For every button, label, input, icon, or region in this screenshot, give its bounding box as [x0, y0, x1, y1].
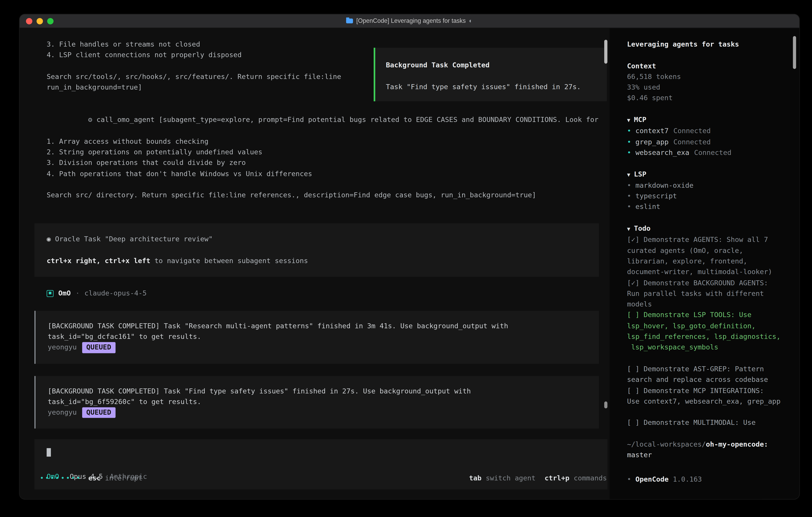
- workspace-path-prefix: ~/local-workspaces/: [627, 440, 706, 448]
- mcp-section: ▼MCP •context7Connected •grep_appConnect…: [627, 114, 795, 158]
- agent-name: OmO: [58, 288, 71, 299]
- dot-separator: ·: [76, 288, 80, 299]
- message-meta: yeongyuQUEUED: [48, 407, 587, 418]
- todo-item: [✓] Demonstrate AGENTS: Show all 7 curat…: [627, 235, 795, 277]
- lsp-section: ▼LSP •markdown-oxide •typescript •eslint: [627, 169, 795, 213]
- switch-agent-hint: tabswitch agent: [469, 473, 536, 484]
- mcp-heading-label: MCP: [634, 116, 646, 124]
- mcp-status: Connected: [673, 127, 711, 135]
- mcp-item: •context7Connected: [627, 126, 795, 137]
- oracle-task-icon: ◉: [47, 235, 51, 243]
- commands-hint: ctrl+pcommands: [545, 473, 607, 484]
- text-cursor: [47, 448, 51, 457]
- context-section: Context 66,518 tokens 33% used $0.46 spe…: [627, 61, 795, 104]
- status-badge: QUEUED: [82, 342, 115, 353]
- tool-call-text: call_omo_agent [subagent_type=explore, p…: [96, 116, 599, 124]
- context-tokens: 66,518 tokens: [627, 72, 795, 82]
- bullet-icon: •: [627, 475, 631, 483]
- lsp-item: •markdown-oxide: [627, 180, 795, 191]
- bullet-icon: •: [627, 127, 631, 135]
- mcp-status: Connected: [673, 138, 711, 146]
- nav-keys: ctrl+x right, ctrl+x left: [47, 257, 150, 265]
- collapse-arrow-icon: ▼: [627, 117, 630, 123]
- tab-key: tab: [469, 474, 482, 482]
- window-content: 3. File handles or streams not closed4. …: [20, 28, 799, 499]
- terminal-line: 4. Path operations that don't handle Win…: [47, 168, 609, 179]
- sidebar-scrollbar-thumb[interactable]: [793, 36, 796, 69]
- spinner-dots-icon: ••••••••: [40, 473, 82, 484]
- lsp-heading-label: LSP: [634, 170, 646, 178]
- navigation-hint: ctrl+x right, ctrl+x left to navigate be…: [47, 256, 587, 267]
- message-text-line1: [BACKGROUND TASK COMPLETED] Task "Find t…: [48, 386, 587, 397]
- window-title: [OpenCode] Leveraging agents for tasks ◐: [20, 15, 799, 28]
- titlebar: [OpenCode] Leveraging agents for tasks ◐: [20, 15, 799, 28]
- tool-call-line: ⚙call_omo_agent [subagent_type=explore, …: [47, 104, 609, 136]
- message-text-line1: [BACKGROUND TASK COMPLETED] Task "Resear…: [48, 321, 587, 331]
- terminal-output-middle: 1. Array access without bounds checking2…: [47, 136, 609, 201]
- bullet-icon: •: [627, 181, 631, 189]
- prompt-cursor-line: [47, 447, 595, 458]
- status-badge: QUEUED: [82, 407, 115, 418]
- app-version: 1.0.163: [673, 475, 702, 483]
- mcp-name: websearch_exa: [635, 148, 689, 157]
- workspace-section: ~/local-workspaces/oh-my-opencode: maste…: [627, 439, 795, 461]
- session-title-section: Leveraging agents for tasks: [627, 39, 795, 50]
- lsp-item: •eslint: [627, 202, 795, 213]
- workspace-branch: master: [627, 450, 795, 461]
- gear-icon: ⚙: [88, 116, 92, 124]
- todo-heading[interactable]: ▼Todo: [627, 223, 795, 235]
- message-author: yeongyu: [48, 408, 77, 416]
- notification-title: Background Task Completed: [386, 60, 596, 71]
- app-name: OpenCode: [635, 475, 669, 483]
- chat-pane: 3. File handles or streams not closed4. …: [20, 28, 609, 499]
- mcp-status: Connected: [694, 148, 731, 157]
- window-title-text: [OpenCode] Leveraging agents for tasks: [356, 16, 466, 26]
- main-scrollbar-thumb[interactable]: [604, 40, 607, 63]
- lsp-heading[interactable]: ▼LSP: [627, 169, 795, 180]
- message-text-line2: task_id="bg_dcfac161" to get results.: [48, 331, 587, 342]
- todo-section: ▼Todo [✓] Demonstrate AGENTS: Show all 7…: [627, 223, 795, 429]
- bullet-icon: •: [627, 148, 631, 157]
- session-title: Leveraging agents for tasks: [627, 39, 795, 50]
- screen: [OpenCode] Leveraging agents for tasks ◐…: [0, 0, 812, 517]
- lsp-name: typescript: [635, 192, 677, 200]
- interrupt-hint: escinterrupt: [88, 473, 142, 484]
- model-name: claude-opus-4-5: [85, 288, 147, 299]
- terminal-line: [47, 179, 609, 190]
- esc-label: interrupt: [105, 474, 142, 482]
- todo-item: [ ] Demonstrate MCP INTEGRATIONS: Use co…: [627, 385, 795, 407]
- ctrl-p-label: commands: [574, 474, 607, 482]
- status-bar: •••••••• escinterrupt tabswitch agent ct…: [40, 473, 607, 484]
- bullet-icon: •: [627, 192, 631, 200]
- message-card: [BACKGROUND TASK COMPLETED] Task "Resear…: [34, 311, 599, 364]
- ctrl-p-key: ctrl+p: [545, 474, 570, 482]
- agent-icon: [47, 290, 53, 297]
- agent-session-header: OmO · claude-opus-4-5: [47, 288, 609, 299]
- background-task-notification: Background Task Completed Task "Find typ…: [374, 48, 607, 101]
- status-left: •••••••• escinterrupt: [40, 473, 142, 484]
- mcp-item: •grep_appConnected: [627, 137, 795, 147]
- message-meta: yeongyuQUEUED: [48, 342, 587, 353]
- message-scrollbar-thumb[interactable]: [604, 402, 607, 408]
- lsp-item: •typescript: [627, 191, 795, 202]
- workspace-repo: oh-my-opencode:: [706, 440, 768, 448]
- notification-body: Task "Find type safety issues" finished …: [386, 81, 596, 92]
- message-card: [BACKGROUND TASK COMPLETED] Task "Find t…: [34, 376, 599, 429]
- mcp-name: context7: [635, 127, 669, 135]
- todo-item: [ ] Demonstrate MULTIMODAL: Use: [627, 418, 795, 429]
- mcp-name: grep_app: [635, 138, 669, 146]
- mcp-item: •websearch_exaConnected: [627, 147, 795, 158]
- terminal-window: [OpenCode] Leveraging agents for tasks ◐…: [20, 15, 799, 499]
- message-text-line2: task_id="bg_6f59260c" to get results.: [48, 397, 587, 407]
- oracle-task-title-line: ◉Oracle Task "Deep architecture review": [47, 234, 587, 245]
- todo-item-active: [ ] Demonstrate LSP TOOLS: Use lsp_hover…: [627, 310, 795, 353]
- lsp-name: markdown-oxide: [635, 181, 694, 189]
- terminal-line: 1. Array access without bounds checking: [47, 136, 609, 147]
- terminal-line: 2. String operations on potentially unde…: [47, 147, 609, 158]
- folder-icon: [346, 19, 353, 23]
- mcp-heading[interactable]: ▼MCP: [627, 114, 795, 126]
- oracle-task-panel: ◉Oracle Task "Deep architecture review" …: [34, 223, 599, 277]
- collapse-arrow-icon: ▼: [627, 171, 630, 177]
- oracle-task-title: Oracle Task "Deep architecture review": [55, 235, 212, 243]
- context-spent: $0.46 spent: [627, 93, 795, 104]
